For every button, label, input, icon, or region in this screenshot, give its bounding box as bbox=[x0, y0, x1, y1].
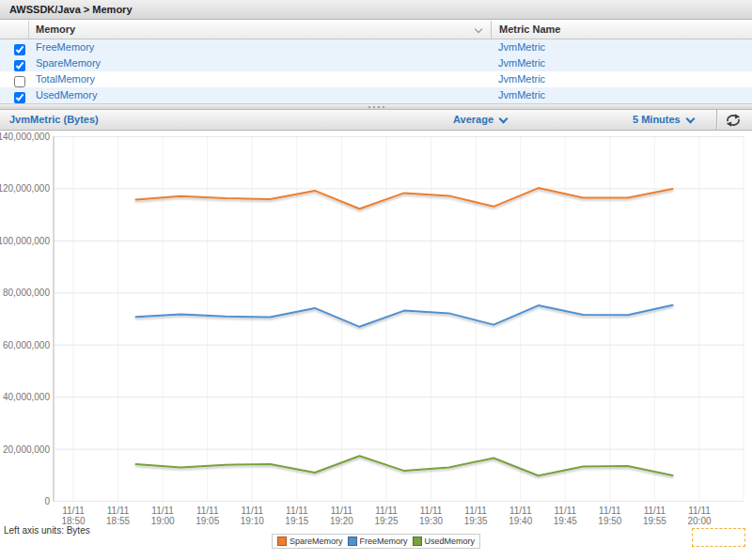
row-checkbox[interactable] bbox=[14, 92, 25, 103]
row-checkbox[interactable] bbox=[14, 44, 25, 55]
svg-text:11/11: 11/11 bbox=[375, 506, 398, 516]
table-title-bar: AWSSDK/Java > Memory bbox=[0, 0, 752, 20]
metric-dimension-link[interactable]: UsedMemory bbox=[36, 87, 97, 103]
metric-dimension-link[interactable]: SpareMemory bbox=[36, 55, 101, 71]
column-header-metric-name[interactable]: Metric Name bbox=[491, 21, 560, 39]
row-checkbox[interactable] bbox=[14, 76, 25, 87]
table-header-row: Memory Metric Name bbox=[0, 21, 752, 39]
resize-grip-dot bbox=[368, 106, 370, 108]
svg-text:19:20: 19:20 bbox=[330, 516, 353, 526]
svg-text:19:50: 19:50 bbox=[598, 516, 621, 526]
resize-grip-dot bbox=[378, 106, 380, 108]
svg-text:19:25: 19:25 bbox=[374, 516, 398, 526]
period-dropdown-label: 5 Minutes bbox=[633, 114, 681, 125]
svg-text:11/11: 11/11 bbox=[464, 506, 487, 516]
svg-text:40,000,000: 40,000,000 bbox=[3, 392, 50, 402]
svg-text:100,000,000: 100,000,000 bbox=[0, 236, 50, 246]
legend-label: SpareMemory bbox=[290, 537, 343, 546]
metric-name-link[interactable]: JvmMetric bbox=[498, 71, 545, 87]
legend-item: UsedMemory bbox=[413, 537, 476, 546]
svg-text:120,000,000: 120,000,000 bbox=[0, 183, 50, 194]
svg-text:11/11: 11/11 bbox=[62, 506, 85, 516]
left-axis-units-note: Left axis units: Bytes bbox=[4, 525, 90, 536]
legend-swatch-usedmemory bbox=[413, 537, 422, 546]
svg-text:19:30: 19:30 bbox=[419, 516, 443, 526]
svg-text:11/11: 11/11 bbox=[644, 506, 666, 516]
checkbox-column-header bbox=[0, 21, 29, 39]
legend-item: SpareMemory bbox=[277, 537, 343, 546]
refresh-icon bbox=[725, 113, 742, 128]
header-separator bbox=[716, 110, 717, 130]
dashed-selection-box bbox=[692, 528, 745, 547]
svg-text:11/11: 11/11 bbox=[509, 506, 532, 516]
svg-text:11/11: 11/11 bbox=[286, 506, 308, 516]
svg-text:60,000,000: 60,000,000 bbox=[3, 340, 50, 350]
column-header-memory[interactable]: Memory bbox=[36, 21, 75, 39]
svg-text:19:15: 19:15 bbox=[285, 516, 308, 526]
svg-text:19:45: 19:45 bbox=[554, 516, 577, 526]
svg-text:11/11: 11/11 bbox=[599, 506, 621, 516]
svg-text:18:55: 18:55 bbox=[106, 516, 130, 526]
metric-dimension-link[interactable]: TotalMemory bbox=[36, 71, 95, 87]
chevron-down-icon bbox=[499, 115, 509, 124]
statistic-dropdown[interactable]: Average bbox=[453, 110, 507, 130]
svg-text:19:05: 19:05 bbox=[196, 516, 219, 526]
chevron-down-icon bbox=[685, 115, 695, 124]
table-row[interactable]: SpareMemory JvmMetric bbox=[0, 55, 752, 72]
resize-grip-dot bbox=[373, 106, 375, 108]
metric-dimension-link[interactable]: FreeMemory bbox=[36, 39, 94, 55]
line-chart[interactable]: 020,000,00040,000,00060,000,00080,000,00… bbox=[0, 131, 752, 560]
svg-text:19:00: 19:00 bbox=[151, 516, 175, 526]
column-header-memory-label: Memory bbox=[36, 23, 75, 35]
svg-text:11/11: 11/11 bbox=[555, 506, 577, 516]
table-row[interactable]: TotalMemory JvmMetric bbox=[0, 71, 752, 88]
chart-title: JvmMetric (Bytes) bbox=[9, 110, 99, 130]
svg-text:11/11: 11/11 bbox=[420, 506, 443, 516]
svg-text:11/11: 11/11 bbox=[331, 506, 353, 516]
svg-text:11/11: 11/11 bbox=[242, 506, 264, 516]
legend-label: UsedMemory bbox=[425, 537, 476, 546]
svg-text:80,000,000: 80,000,000 bbox=[3, 288, 50, 298]
table-row[interactable]: FreeMemory JvmMetric bbox=[0, 39, 752, 56]
breadcrumb: AWSSDK/Java > Memory bbox=[9, 4, 133, 15]
svg-text:11/11: 11/11 bbox=[196, 506, 219, 516]
column-header-metric-name-label: Metric Name bbox=[499, 23, 560, 35]
svg-text:0: 0 bbox=[44, 496, 50, 506]
legend-swatch-freememory bbox=[348, 537, 357, 546]
table-row[interactable]: UsedMemory JvmMetric bbox=[0, 87, 752, 104]
sort-descending-icon[interactable] bbox=[475, 25, 482, 33]
svg-text:11/11: 11/11 bbox=[688, 506, 711, 516]
panel-resize-handle[interactable] bbox=[0, 103, 752, 110]
svg-text:20,000,000: 20,000,000 bbox=[3, 444, 50, 455]
svg-text:140,000,000: 140,000,000 bbox=[0, 132, 50, 142]
svg-text:19:40: 19:40 bbox=[509, 516, 532, 526]
legend-item: FreeMemory bbox=[348, 537, 408, 546]
legend-swatch-sparememory bbox=[277, 537, 287, 546]
metric-name-link[interactable]: JvmMetric bbox=[498, 87, 545, 103]
refresh-button[interactable] bbox=[725, 113, 742, 128]
metric-name-link[interactable]: JvmMetric bbox=[498, 39, 545, 55]
svg-text:18:50: 18:50 bbox=[61, 516, 85, 526]
chart-legend: SpareMemory FreeMemory UsedMemory bbox=[272, 534, 480, 549]
row-checkbox[interactable] bbox=[14, 60, 25, 71]
resize-grip-dot bbox=[383, 106, 384, 108]
svg-text:19:55: 19:55 bbox=[643, 516, 666, 526]
legend-label: FreeMemory bbox=[360, 537, 408, 546]
period-dropdown[interactable]: 5 Minutes bbox=[633, 110, 694, 130]
cloudwatch-metrics-view: AWSSDK/Java > Memory Memory Metric Name … bbox=[0, 0, 752, 560]
svg-text:11/11: 11/11 bbox=[107, 506, 130, 516]
svg-text:19:35: 19:35 bbox=[464, 516, 488, 526]
chart-area: 020,000,00040,000,00060,000,00080,000,00… bbox=[0, 131, 752, 560]
svg-text:11/11: 11/11 bbox=[151, 506, 174, 516]
metric-name-link[interactable]: JvmMetric bbox=[498, 55, 545, 71]
svg-text:19:10: 19:10 bbox=[241, 516, 264, 526]
statistic-dropdown-label: Average bbox=[453, 114, 494, 125]
svg-text:20:00: 20:00 bbox=[687, 516, 711, 526]
chart-header: JvmMetric (Bytes) Average 5 Minutes bbox=[0, 110, 752, 131]
